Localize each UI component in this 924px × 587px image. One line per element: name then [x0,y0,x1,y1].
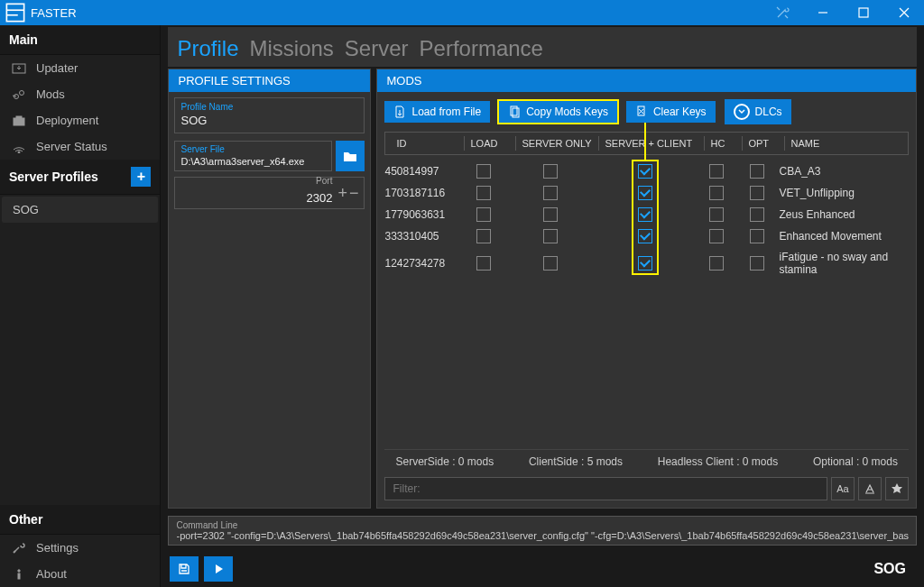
stat-hc: Headless Client : 0 mods [658,455,778,468]
sidebar-item-label: Deployment [36,114,98,127]
checkbox-server-only[interactable] [543,229,558,243]
sidebar-item-label: Settings [36,541,79,555]
browse-server-file-button[interactable] [336,141,365,171]
checkbox-hc[interactable] [709,164,724,179]
sidebar-item-updater[interactable]: Updater [0,55,160,81]
command-line-box[interactable]: Command Line -port=2302 "-config=D:\A3\S… [168,516,917,546]
checkbox-server-client[interactable] [638,229,652,243]
sidebar-item-about[interactable]: About [0,561,160,587]
info-icon [11,568,27,581]
checkbox-load[interactable] [476,164,491,179]
checkbox-server-client[interactable] [638,207,652,222]
checkbox-load[interactable] [476,256,491,271]
mods-header: MODS [377,69,916,92]
window-minimize[interactable] [802,0,843,25]
checkbox-server-only[interactable] [543,164,558,179]
mods-toolbar: Load from File Copy Mods Keys Clear Keys… [377,92,916,132]
col-opt[interactable]: OPT [744,136,785,151]
sidebar-other-header: Other [0,505,160,535]
col-id[interactable]: ID [393,136,465,151]
checkbox-server-only[interactable] [543,256,558,271]
col-name[interactable]: NAME [787,136,901,151]
stat-server: ServerSide : 0 mods [395,455,494,468]
window-maximize[interactable] [843,0,883,25]
port-decrement[interactable]: − [349,184,359,203]
app-title: FASTER [31,6,762,20]
table-row: 450814997CBA_A3 [384,161,909,182]
sidebar-main-label: Main [9,32,38,47]
checkbox-opt[interactable] [750,207,764,222]
col-hc[interactable]: HC [707,136,743,151]
tab-server[interactable]: Server [345,36,409,61]
save-button[interactable] [170,556,199,582]
sidebar-item-settings[interactable]: Settings [0,535,160,561]
load-from-file-button[interactable]: Load from File [384,101,490,123]
server-file-field[interactable]: Server File D:\A3\arma3server_x64.exe [174,141,332,171]
tab-performance[interactable]: Performance [420,36,543,61]
add-profile-button[interactable]: + [131,167,151,187]
cell-id: 1779063631 [384,208,457,221]
sidebar-main-header: Main [0,25,160,55]
mods-table-body: 450814997CBA_A31703187116VET_Unflipping1… [384,161,909,444]
window-close[interactable] [883,0,924,25]
checkbox-opt[interactable] [750,229,764,243]
port-field[interactable]: Port 2302 + − [174,177,365,209]
checkbox-load[interactable] [476,207,491,222]
mods-panel: MODS Load from File Copy Mods Keys Clear… [376,69,917,509]
bottom-bar: SOG [161,551,924,587]
cell-id: 1703187116 [384,187,457,199]
checkbox-hc[interactable] [709,207,724,222]
svg-point-9 [20,90,24,95]
checkbox-server-client[interactable] [638,164,652,179]
app-logo [5,3,25,23]
checkbox-load[interactable] [476,186,491,200]
clear-keys-button[interactable]: Clear Keys [626,101,716,123]
dlcs-button[interactable]: DLCs [725,99,791,124]
checkbox-server-only[interactable] [543,207,558,222]
sidebar-item-mods[interactable]: Mods [0,81,160,107]
checkbox-server-client[interactable] [638,186,652,200]
checkbox-load[interactable] [476,229,491,243]
cell-name: iFatigue - no sway and stamina [779,251,909,276]
col-server-only[interactable]: SERVER ONLY [518,136,599,151]
col-load[interactable]: LOAD [467,136,516,151]
cell-name: Enhanced Movement [779,230,909,243]
tools-icon[interactable] [762,0,802,25]
profile-settings-header: PROFILE SETTINGS [169,69,370,92]
filter-reset-button[interactable] [885,477,909,500]
checkbox-opt[interactable] [750,186,764,200]
file-icon [393,105,406,118]
checkbox-opt[interactable] [750,256,764,271]
checkbox-hc[interactable] [709,256,724,271]
svg-rect-4 [859,8,868,17]
filter-mode-button[interactable] [858,477,882,500]
profile-name-field[interactable]: Profile Name SOG [174,97,365,133]
stat-opt: Optional : 0 mods [813,455,898,468]
filter-input[interactable] [384,477,827,500]
play-button[interactable] [204,556,233,582]
checkbox-server-only[interactable] [543,186,558,200]
copy-mods-keys-button[interactable]: Copy Mods Keys [499,101,617,123]
svg-rect-0 [6,4,23,21]
sidebar-item-label: Updater [36,61,78,75]
svg-rect-14 [18,573,20,579]
button-label: DLCs [755,105,782,118]
checkbox-server-client[interactable] [638,256,652,271]
col-server-client[interactable]: SERVER + CLIENT [601,136,705,151]
checkbox-hc[interactable] [709,229,724,243]
sidebar-item-deployment[interactable]: Deployment [0,107,160,133]
stat-client: ClientSide : 5 mods [529,455,623,468]
port-increment[interactable]: + [337,184,347,203]
tab-missions[interactable]: Missions [250,36,334,61]
sidebar-other-label: Other [9,512,42,527]
checkbox-hc[interactable] [709,186,724,200]
tab-profile[interactable]: Profile [177,36,238,61]
profile-item-sog[interactable]: SOG [2,197,158,223]
table-row: 1242734278iFatigue - no sway and stamina [384,247,909,280]
mods-stats: ServerSide : 0 mods ClientSide : 5 mods … [384,449,909,473]
briefcase-icon [11,115,27,127]
checkbox-opt[interactable] [750,164,764,179]
sidebar-item-server-status[interactable]: Server Status [0,133,160,160]
cell-id: 1242734278 [384,257,457,270]
match-case-button[interactable]: Aa [831,477,855,500]
